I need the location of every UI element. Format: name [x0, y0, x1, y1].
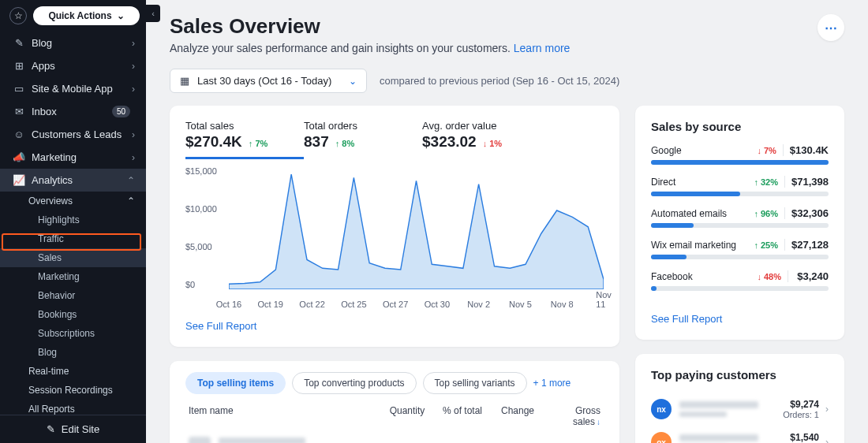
nav-item-marketing[interactable]: 📣Marketing› — [0, 146, 146, 169]
metric-total-orders[interactable]: Total orders837 ↑ 8% — [304, 120, 422, 159]
learn-more-link[interactable]: Learn more — [514, 42, 571, 54]
chevron-icon: › — [132, 152, 135, 163]
chevron-down-icon: ⌄ — [117, 10, 125, 21]
metric-total-sales[interactable]: Total sales$270.4K ↑ 7% — [185, 120, 304, 159]
chevron-icon: › — [132, 84, 135, 95]
sales-chart-card: Total sales$270.4K ↑ 7%Total orders837 ↑… — [170, 106, 619, 347]
nav-item-customers-leads[interactable]: ☺Customers & Leads› — [0, 123, 146, 146]
calendar-icon: ▦ — [180, 75, 189, 87]
source-row-wix-email-marketing[interactable]: Wix email marketing↑ 25%$27,128 — [651, 239, 829, 259]
x-tick: Oct 19 — [258, 300, 283, 309]
sort-down-icon: ↓ — [597, 418, 600, 426]
x-tick: Oct 30 — [425, 300, 450, 309]
x-tick: Oct 25 — [341, 300, 366, 309]
card-title: Top paying customers — [651, 368, 829, 382]
sales-area-chart[interactable]: $15,000$10,000$5,000$0Oct 16Oct 19Oct 22… — [185, 167, 604, 309]
chevron-right-icon: › — [825, 404, 829, 415]
col-item-name[interactable]: Item name — [189, 405, 380, 427]
customer-row[interactable]: nx$9,274Orders: 1› — [651, 393, 829, 426]
y-tick: $0 — [185, 280, 195, 289]
nav-leaf-subscriptions[interactable]: Subscriptions — [0, 324, 146, 343]
nav-icon: 📣 — [11, 151, 27, 163]
table-row[interactable]: Item report 716 11% ↑ 13% $27,315 — [185, 437, 604, 443]
x-tick: Nov 5 — [509, 300, 532, 309]
main-content: Sales Overview Analyze your sales perfor… — [146, 0, 868, 443]
compare-label: compared to previous period (Sep 16 - Oc… — [380, 75, 619, 87]
nav-leaf-bookings[interactable]: Bookings — [0, 305, 146, 324]
customer-name-redacted — [679, 434, 758, 441]
see-full-report-link[interactable]: See Full Report — [185, 320, 256, 332]
nav-leaf-highlights[interactable]: Highlights — [0, 210, 146, 229]
customer-row[interactable]: ox$1,540Orders: 1› — [651, 426, 829, 443]
nav-leaf-traffic[interactable]: Traffic — [0, 229, 146, 248]
sales-by-source-card: Sales by source Google↓ 7%$130.4KDirect↑… — [635, 106, 844, 340]
nav-leaf-sales[interactable]: Sales — [0, 248, 146, 267]
chevron-icon: › — [132, 129, 135, 140]
chevron-icon: ⌃ — [127, 175, 135, 186]
chevron-right-icon: › — [825, 437, 829, 443]
customer-name-redacted — [679, 401, 758, 408]
sidebar: ☆ Quick Actions⌄ ✎Blog›⊞Apps›▭Site & Mob… — [0, 0, 146, 443]
favorite-icon[interactable]: ☆ — [9, 7, 27, 24]
y-tick: $5,000 — [185, 242, 212, 251]
source-row-automated-emails[interactable]: Automated emails↑ 96%$32,306 — [651, 207, 829, 228]
source-row-direct[interactable]: Direct↑ 32%$71,398 — [651, 176, 829, 196]
more-actions-button[interactable]: ⋯ — [817, 14, 844, 41]
col-quantity[interactable]: Quantity — [380, 405, 435, 427]
top-items-card: Top selling itemsTop converting products… — [170, 361, 619, 443]
chip-top-selling-items[interactable]: Top selling items — [185, 372, 286, 394]
nav-icon: ✎ — [11, 37, 27, 49]
overviews-group[interactable]: Overviews⌃ — [0, 192, 146, 210]
nav-icon: ✉ — [11, 106, 27, 117]
nav-leaf-behavior[interactable]: Behavior — [0, 286, 146, 305]
nav-icon: ☺ — [11, 128, 27, 140]
nav-item-apps[interactable]: ⊞Apps› — [0, 54, 146, 77]
x-tick: Nov 2 — [467, 300, 490, 309]
nav-sub-real-time[interactable]: Real-time — [0, 362, 146, 381]
source-row-facebook[interactable]: Facebook↓ 48%$3,240 — [651, 270, 829, 291]
y-tick: $15,000 — [185, 166, 217, 176]
x-tick: Oct 16 — [216, 300, 241, 309]
chevron-icon: › — [132, 61, 135, 72]
source-row-google[interactable]: Google↓ 7%$130.4K — [651, 144, 829, 165]
avatar: nx — [651, 399, 672, 419]
nav-leaf-marketing[interactable]: Marketing — [0, 267, 146, 286]
date-range-selector[interactable]: ▦ Last 30 days (Oct 16 - Today) ⌄ — [170, 69, 367, 93]
nav-item-site-mobile-app[interactable]: ▭Site & Mobile App› — [0, 77, 146, 100]
quick-actions-button[interactable]: Quick Actions⌄ — [33, 6, 140, 25]
col-change[interactable]: Change — [490, 405, 545, 427]
chevron-up-icon: ⌃ — [127, 195, 135, 207]
collapse-sidebar-button[interactable]: ‹ — [146, 5, 160, 22]
badge: 50 — [112, 106, 130, 117]
chevron-down-icon: ⌄ — [349, 76, 357, 87]
more-chips-link[interactable]: + 1 more — [533, 378, 571, 389]
x-tick: Oct 22 — [299, 300, 324, 309]
nav-icon: ▭ — [11, 83, 27, 95]
col-gross-sales[interactable]: Gross sales↓ — [545, 405, 600, 427]
nav-sub-session-recordings[interactable]: Session Recordings — [0, 381, 146, 400]
nav-item-inbox[interactable]: ✉Inbox50 — [0, 100, 146, 123]
pencil-icon: ✎ — [47, 423, 55, 435]
item-name-redacted — [219, 437, 305, 443]
nav-icon: 📈 — [11, 174, 27, 186]
nav-item-analytics[interactable]: 📈Analytics⌃ — [0, 169, 146, 192]
page-title: Sales Overview — [170, 14, 570, 39]
top-customers-card: Top paying customers nx$9,274Orders: 1›o… — [635, 354, 844, 443]
x-tick: Oct 27 — [383, 300, 408, 309]
nav-icon: ⊞ — [11, 60, 27, 72]
x-tick: Nov 11 — [596, 290, 612, 309]
x-tick: Nov 8 — [551, 300, 574, 309]
nav-leaf-blog[interactable]: Blog — [0, 343, 146, 362]
col-pct-total[interactable]: % of total — [435, 405, 490, 427]
nav-item-blog[interactable]: ✎Blog› — [0, 32, 146, 54]
card-title: Sales by source — [651, 120, 829, 133]
edit-site-button[interactable]: ✎Edit Site — [0, 415, 146, 443]
metric-avg-order-value[interactable]: Avg. order value$323.02 ↓ 1% — [422, 120, 541, 159]
chip-top-converting-products[interactable]: Top converting products — [292, 372, 416, 394]
avatar: ox — [651, 432, 672, 443]
chip-top-selling-variants[interactable]: Top selling variants — [423, 372, 527, 394]
see-full-report-link[interactable]: See Full Report — [651, 313, 722, 325]
page-subtitle: Analyze your sales performance and gain … — [170, 42, 570, 54]
y-tick: $10,000 — [185, 204, 217, 214]
item-thumbnail — [189, 437, 211, 443]
